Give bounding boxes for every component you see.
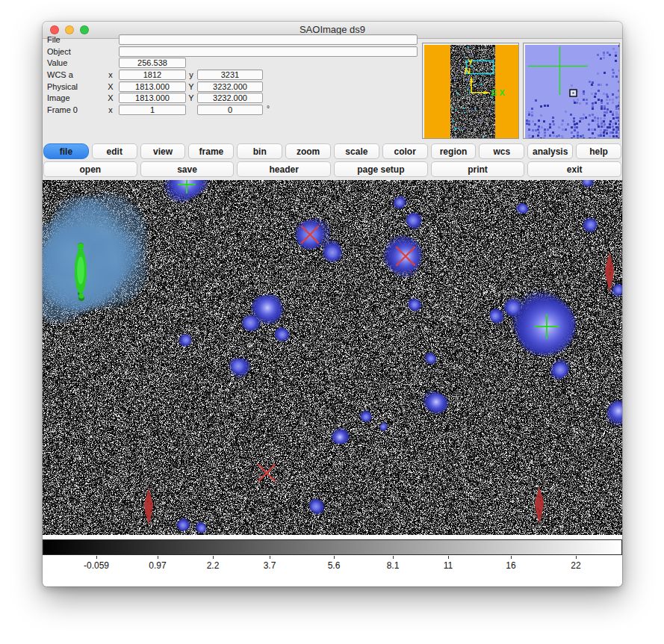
colorbar-tick-mark bbox=[213, 556, 214, 559]
colorbar-tick-label: 0.97 bbox=[149, 560, 166, 571]
file-label: File bbox=[47, 35, 60, 44]
colorbar-gradient[interactable] bbox=[43, 539, 622, 555]
menu-button-scale[interactable]: scale bbox=[334, 143, 379, 159]
colorbar-section: -0.0590.972.23.75.68.1111622 bbox=[43, 535, 622, 586]
frame-x-label: x bbox=[105, 105, 116, 114]
menu-button-zoom[interactable]: zoom bbox=[285, 143, 331, 159]
frame-zoom-field[interactable] bbox=[119, 105, 186, 115]
magnifier-canvas[interactable] bbox=[525, 45, 619, 138]
colorbar-tick-mark bbox=[158, 556, 158, 559]
colorbar-tick-mark bbox=[511, 556, 512, 559]
menu-button-wcs[interactable]: wcs bbox=[479, 143, 524, 159]
minimize-button[interactable] bbox=[65, 25, 74, 34]
wcs-y-label: y bbox=[186, 70, 196, 79]
main-image-canvas[interactable] bbox=[43, 180, 622, 535]
colorbar-tick-label: 3.7 bbox=[264, 560, 276, 571]
file-field[interactable] bbox=[119, 34, 418, 45]
colorbar-tick-mark bbox=[270, 556, 270, 559]
menu-button-region[interactable]: region bbox=[431, 143, 477, 159]
menu-button-analysis[interactable]: analysis bbox=[527, 143, 573, 159]
wcs-y-field[interactable] bbox=[197, 69, 263, 80]
colorbar-tick-label: -0.059 bbox=[84, 560, 109, 571]
image-x-field[interactable] bbox=[119, 93, 186, 103]
close-button[interactable] bbox=[50, 25, 59, 34]
menu-button-help[interactable]: help bbox=[576, 143, 621, 159]
wcs-x-field[interactable] bbox=[119, 69, 186, 80]
physical-x-label: X bbox=[105, 82, 116, 91]
colorbar-tick-mark bbox=[448, 556, 449, 559]
physical-y-label: Y bbox=[186, 82, 196, 91]
menu-bar-primary: fileeditviewframebinzoomscalecolorregion… bbox=[43, 143, 621, 159]
menu-button-color[interactable]: color bbox=[382, 143, 428, 159]
degree-label: ° bbox=[267, 105, 270, 113]
panner-panel bbox=[422, 43, 519, 139]
colorbar-tick-mark bbox=[576, 556, 577, 559]
file-action-button-header[interactable]: header bbox=[237, 161, 331, 177]
image-y-field[interactable] bbox=[197, 93, 263, 103]
colorbar-tick-label: 8.1 bbox=[387, 560, 400, 571]
colorbar-tick-mark bbox=[334, 556, 335, 559]
wcs-label: WCS a bbox=[47, 70, 73, 79]
image-x-label: X bbox=[105, 93, 116, 102]
menu-button-view[interactable]: view bbox=[140, 143, 186, 159]
panner-canvas[interactable] bbox=[424, 45, 518, 138]
file-action-button-save[interactable]: save bbox=[140, 161, 235, 177]
desktop: { "window": { "title": "SAOImage ds9" },… bbox=[0, 0, 664, 644]
menu-button-bin[interactable]: bin bbox=[237, 143, 282, 159]
menu-button-frame[interactable]: frame bbox=[188, 143, 234, 159]
frame-rotate-field[interactable] bbox=[197, 105, 263, 115]
menu-button-edit[interactable]: edit bbox=[92, 143, 137, 159]
file-action-button-print[interactable]: print bbox=[431, 161, 525, 177]
magnifier-panel bbox=[523, 43, 620, 139]
object-label: Object bbox=[47, 47, 71, 56]
file-action-button-exit[interactable]: exit bbox=[527, 161, 621, 177]
physical-y-field[interactable] bbox=[197, 81, 263, 92]
colorbar-tick-label: 2.2 bbox=[207, 560, 220, 571]
ds9-window: SAOImage ds9 File Object Value WCS a x y… bbox=[43, 22, 622, 586]
colorbar-tick-label: 11 bbox=[444, 560, 453, 571]
colorbar-tick-label: 5.6 bbox=[328, 560, 341, 571]
menu-bar-file-actions: opensaveheaderpage setupprintexit bbox=[43, 161, 621, 177]
image-label: Image bbox=[47, 93, 70, 102]
file-action-button-open[interactable]: open bbox=[43, 161, 137, 177]
zoom-button[interactable] bbox=[80, 25, 89, 34]
file-action-button-page-setup[interactable]: page setup bbox=[334, 161, 428, 177]
menu-button-file[interactable]: file bbox=[43, 143, 89, 159]
value-label: Value bbox=[47, 58, 67, 67]
object-field[interactable] bbox=[119, 46, 418, 57]
colorbar-tick-mark bbox=[393, 556, 394, 559]
colorbar-tick-label: 16 bbox=[506, 560, 515, 571]
window-title: SAOImage ds9 bbox=[300, 24, 365, 35]
frame-label: Frame 0 bbox=[47, 105, 78, 114]
colorbar-tick-label: 22 bbox=[571, 560, 580, 571]
colorbar-tick-mark bbox=[96, 556, 97, 559]
physical-x-field[interactable] bbox=[119, 81, 186, 92]
image-y-label: Y bbox=[186, 93, 196, 102]
value-field[interactable] bbox=[119, 58, 186, 68]
physical-label: Physical bbox=[47, 82, 78, 91]
wcs-x-label: x bbox=[105, 70, 116, 79]
